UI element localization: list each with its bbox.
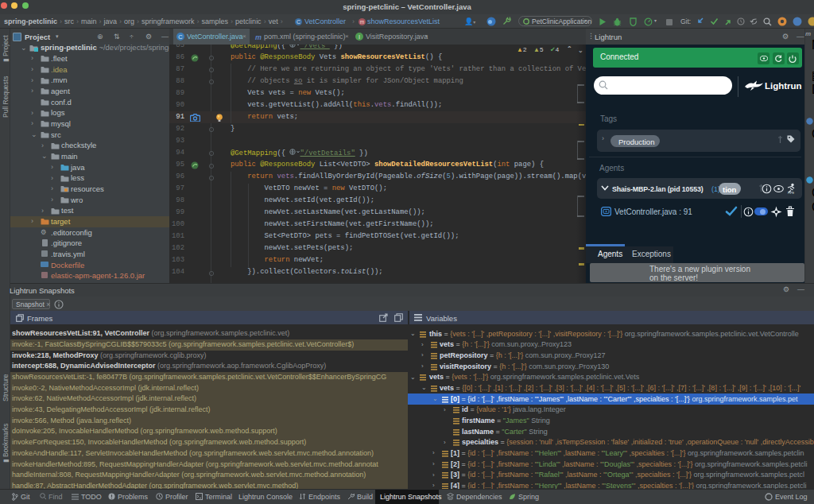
svg-text:I: I xyxy=(359,33,360,41)
svg-text:C: C xyxy=(178,33,183,41)
svg-text:m: m xyxy=(360,19,364,25)
svg-text:C: C xyxy=(297,19,300,25)
svg-text:PIPE: PIPE xyxy=(788,191,795,193)
svg-text:m: m xyxy=(255,33,262,41)
